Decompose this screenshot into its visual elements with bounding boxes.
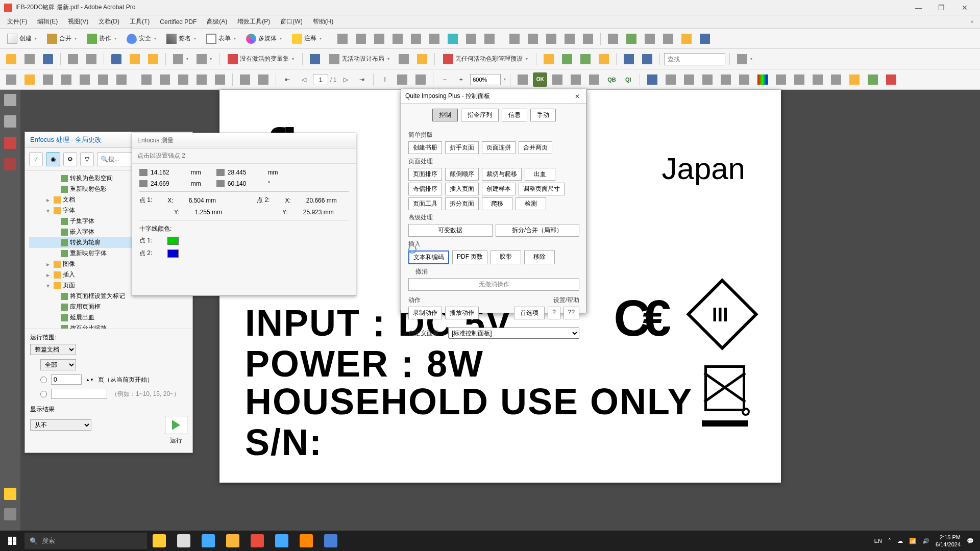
ext4[interactable] [699,72,716,87]
app-edge[interactable] [270,531,294,551]
qip-custom-label[interactable]: 自定义面板... [408,329,444,338]
qip-pdfpages[interactable]: PDF 页数 [452,251,487,264]
menu-view[interactable]: 视图(V) [63,15,93,28]
secure-button[interactable]: 安全▾ [122,32,160,46]
color-swatch-2[interactable] [167,249,179,258]
qip-play[interactable]: 播放动作 [445,307,479,319]
menu-window[interactable]: 窗口(W) [275,15,307,28]
qip-help[interactable]: ? [548,307,560,319]
example-input[interactable] [51,389,107,399]
enfocus-gear-btn[interactable]: ⚙ [63,152,77,166]
t3-6[interactable] [95,72,111,87]
t3-1[interactable] [3,72,19,87]
color-swatch-1[interactable] [167,237,179,245]
crop-tool[interactable] [481,32,498,46]
menu-toggle-button[interactable]: ▾ [734,52,755,66]
pages-panel-icon[interactable] [4,94,16,106]
zoom-input[interactable] [470,74,501,85]
t3-11[interactable] [193,72,210,87]
highlight-tool[interactable] [445,32,461,46]
t3-12[interactable] [212,72,228,87]
qip-remove[interactable]: 移除 [524,251,555,264]
t3-3[interactable] [40,72,56,87]
ext1[interactable] [644,72,660,87]
t3-8[interactable] [138,72,155,87]
qip-vardata[interactable]: 可变数据 [408,224,493,237]
app-files[interactable] [220,531,245,551]
menu-advanced[interactable]: 高级(A) [202,15,232,28]
tray-lang[interactable]: EN [874,538,882,544]
next-page[interactable]: ▷ [338,72,353,87]
preflight-tool[interactable] [561,32,578,46]
first-page[interactable]: ⇤ [280,72,295,87]
menu-plugins[interactable]: 增效工具(P) [232,15,275,28]
page-start-input[interactable] [51,374,82,385]
doc-close-button[interactable]: × [966,18,978,26]
tray-up-icon[interactable]: ˄ [888,538,891,544]
ext10[interactable] [810,72,826,87]
gear-tool[interactable] [660,32,676,46]
qip-nup[interactable]: 页面连拼 [482,141,516,154]
comment-button[interactable]: 注释▾ [288,32,326,46]
hand-tool[interactable] [394,72,410,87]
saverefresh-button[interactable] [145,52,161,66]
combine-button[interactable]: 合并▾ [43,32,81,46]
maximize-button[interactable]: ❐ [930,1,953,15]
colorpreset-dropdown[interactable]: 无任何活动色彩管理预设▾ [439,52,532,66]
fix-tool[interactable] [642,32,658,46]
qip-reverse[interactable]: 颠倒顺序 [445,168,479,181]
saveall-button[interactable] [108,52,125,66]
redo-button[interactable] [83,52,100,66]
ext11[interactable] [828,72,844,87]
qip-custom-select[interactable]: [标准控制面板] [448,328,579,339]
report-tool[interactable] [678,32,695,46]
preview-tool[interactable] [506,32,523,46]
comments-panel-icon[interactable] [4,488,16,500]
qip-fold-pages[interactable]: 折手页面 [445,141,479,154]
snap-tool[interactable] [389,32,406,46]
layout-icon-btn[interactable] [307,52,323,66]
app-calc[interactable] [196,531,220,551]
t3-7[interactable] [113,72,130,87]
attachments-panel-icon[interactable] [4,508,16,520]
enfocus-filter-btn[interactable]: ▽ [80,152,94,166]
ext2[interactable] [663,72,679,87]
qip-tab-manual[interactable]: 手动 [530,109,556,121]
ext5[interactable] [718,72,734,87]
bookmarks-panel-icon[interactable] [4,115,16,128]
qip-help2[interactable]: ?? [564,307,579,319]
qip-tab-sequence[interactable]: 指令序列 [461,109,499,121]
ext7[interactable] [754,72,771,87]
qip-split[interactable]: 拆分页面 [445,197,479,210]
tray-wifi-icon[interactable]: 📶 [909,538,916,544]
grid1-button[interactable] [396,52,412,66]
ext12[interactable] [846,72,863,87]
t3-5[interactable] [77,72,93,87]
create-button[interactable]: 创建▾ [3,32,41,46]
qip-tab-control[interactable]: 控制 [432,109,458,121]
start-button[interactable] [0,531,24,551]
ext14[interactable] [883,72,899,87]
tray-cloud-icon[interactable]: ☁ [897,538,903,544]
grid-tool[interactable] [697,32,713,46]
results-select[interactable]: 从不 [30,419,91,431]
qip-sort[interactable]: 页面排序 [408,168,442,181]
wand-tool[interactable] [371,32,387,46]
ruler-tool[interactable] [463,32,479,46]
minimize-button[interactable]: — [907,1,930,15]
touchup-tool[interactable] [426,32,443,46]
qip-create-booklet[interactable]: 创建书册 [408,141,442,154]
app-illustrator[interactable] [294,531,318,551]
qip-tape[interactable]: 胶带 [491,251,521,264]
tray-notifications-icon[interactable]: 💬 [967,538,974,544]
savefolder-button[interactable] [127,52,143,66]
qip-merge-two[interactable]: 合并两页 [519,141,552,154]
t3-14[interactable] [255,72,272,87]
zoom-tool[interactable] [412,72,429,87]
edit-tool[interactable] [549,72,566,87]
menu-edit[interactable]: 编辑(E) [32,15,63,28]
t3-2[interactable] [21,72,38,87]
clip-tool[interactable] [586,72,602,87]
flatten-tool[interactable] [580,32,596,46]
undo-button[interactable] [65,52,81,66]
